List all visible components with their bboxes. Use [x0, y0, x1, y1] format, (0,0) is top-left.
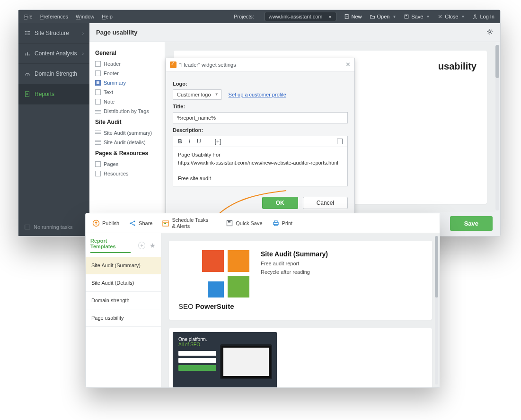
sidenav-reports[interactable]: Reports [18, 84, 89, 105]
svg-rect-16 [165, 223, 166, 224]
widget-list: General Header Footer Summary Text Note … [89, 42, 165, 236]
template-page-usability[interactable]: Page usability [86, 309, 161, 327]
insert-button[interactable]: [+] [215, 138, 221, 145]
svg-rect-7 [26, 92, 29, 97]
close-icon[interactable]: ✕ [345, 61, 351, 68]
preview-meta: Site Audit (Summary) Free audit report R… [261, 250, 328, 275]
logo-label: Logo: [173, 81, 348, 87]
sidenav-item-label: Domain Strength [35, 70, 77, 77]
structure-icon [24, 30, 31, 36]
share-icon [129, 219, 136, 227]
logo-tile [228, 250, 249, 272]
group-heading: Site Audit [95, 119, 159, 125]
svg-point-11 [130, 222, 131, 224]
menu-window[interactable]: Window [76, 14, 94, 19]
share-button[interactable]: Share [126, 218, 155, 229]
svg-rect-6 [29, 54, 30, 56]
login-label: Log In [480, 14, 495, 19]
calendar-icon [162, 219, 169, 227]
description-label: Description: [173, 127, 348, 133]
menu-file[interactable]: FFileile [24, 14, 33, 19]
quicksave-button[interactable]: Quick Save [223, 218, 265, 229]
print-button[interactable]: Print [269, 218, 296, 229]
widget-site-audit-summary[interactable]: Site Audit (summary) [95, 128, 159, 138]
floppy-icon [404, 14, 409, 19]
sidenav-footer: No running tasks [18, 218, 89, 236]
sidenav-domain-strength[interactable]: Domain Strength [18, 64, 89, 84]
title-input[interactable] [173, 112, 348, 123]
report-templates-sidebar: Report Templates + ★ Site Audit (Summary… [86, 233, 161, 387]
widget-resources[interactable]: Resources [95, 169, 159, 178]
italic-button[interactable]: I [189, 138, 190, 145]
scrollbar-thumb[interactable] [495, 45, 499, 78]
widget-site-audit-details[interactable]: Site Audit (details) [95, 138, 159, 147]
gear-icon[interactable] [486, 28, 494, 37]
plus-icon[interactable]: + [138, 242, 145, 249]
chevron-down-icon: ▼ [328, 15, 332, 19]
publish-label: Publish [102, 220, 119, 226]
setup-profile-link[interactable]: Set up a customer profile [229, 92, 286, 97]
sidenav-site-structure[interactable]: Site Structure › [18, 23, 89, 44]
scrollbar-thumb[interactable] [435, 236, 438, 298]
new-label: New [352, 14, 362, 19]
widget-header[interactable]: Header [95, 59, 159, 69]
group-heading: General [95, 50, 159, 56]
close-button-top[interactable]: Close ▼ [437, 14, 465, 19]
widget-icon [170, 61, 177, 68]
editor-toolbar: B I U [+] [173, 136, 347, 147]
svg-rect-8 [25, 225, 30, 229]
description-textarea[interactable]: Page Usability For https://www.link-assi… [173, 147, 347, 186]
menu-preferences[interactable]: Preferences [40, 14, 68, 19]
svg-rect-15 [164, 223, 165, 224]
star-icon[interactable]: ★ [149, 242, 156, 249]
new-button[interactable]: New [344, 14, 362, 19]
projects-select[interactable]: www.link-assistant.com ▼ [265, 12, 336, 21]
logo-select[interactable]: Customer logo ▼ [173, 89, 222, 100]
template-domain-strength[interactable]: Domain strength [86, 292, 161, 309]
tasks-icon [24, 224, 31, 230]
widget-footer[interactable]: Footer [95, 69, 159, 78]
template-site-audit-summary[interactable]: Site Audit (Summary) [86, 257, 161, 274]
page-header: Page usability [89, 23, 500, 42]
preview-sub1: Free audit report [261, 261, 328, 266]
menu-help[interactable]: Help [102, 14, 113, 19]
svg-point-13 [133, 224, 135, 226]
preview-title: Site Audit (Summary) [261, 250, 328, 258]
login-button[interactable]: Log In [472, 14, 495, 19]
close-icon [437, 14, 443, 19]
underline-button[interactable]: U [197, 138, 201, 145]
page-title: Page usability [96, 29, 137, 36]
upload-icon [92, 219, 100, 227]
ok-button[interactable]: OK [262, 197, 298, 209]
report-templates-window: Publish Share Schedule Tasks& Alerts Qui… [85, 213, 440, 388]
logo-block: SEO PowerSuite [178, 250, 249, 310]
scrollbar[interactable] [495, 45, 499, 210]
expand-icon[interactable] [337, 139, 343, 144]
bold-button[interactable]: B [178, 138, 182, 145]
widget-note[interactable]: Note [95, 97, 159, 106]
schedule-button[interactable]: Schedule Tasks& Alerts [159, 215, 211, 230]
floppy-icon [226, 219, 233, 227]
save-button[interactable]: Save [450, 216, 493, 231]
open-button[interactable]: Open ▼ [370, 14, 397, 19]
chevron-down-icon: ▼ [426, 15, 430, 19]
close-label: Close [445, 14, 458, 19]
publish-button[interactable]: Publish [89, 218, 122, 229]
widget-pages[interactable]: Pages [95, 159, 159, 169]
separator [217, 217, 217, 229]
sidenav-item-label: Site Structure [35, 30, 69, 36]
widget-summary[interactable]: Summary [95, 78, 159, 88]
save-label: Save [411, 14, 423, 19]
widget-text[interactable]: Text [95, 88, 159, 97]
svg-rect-2 [406, 15, 407, 16]
template-site-audit-details[interactable]: Site Audit (Details) [86, 274, 161, 292]
scrollbar[interactable] [435, 236, 438, 385]
chevron-right-icon: › [82, 31, 84, 36]
save-button-top[interactable]: Save ▼ [404, 14, 430, 19]
preview-header-card: SEO PowerSuite Site Audit (Summary) Free… [169, 241, 432, 320]
dialog-titlebar[interactable]: "Header" widget settings ✕ [166, 58, 354, 71]
widget-distribution[interactable]: Distribution by Tags [95, 106, 159, 116]
sidenav-content-analysis[interactable]: Content Analysis › [18, 44, 89, 64]
chevron-down-icon: ▼ [392, 15, 396, 19]
cancel-button[interactable]: Cancel [303, 197, 348, 209]
